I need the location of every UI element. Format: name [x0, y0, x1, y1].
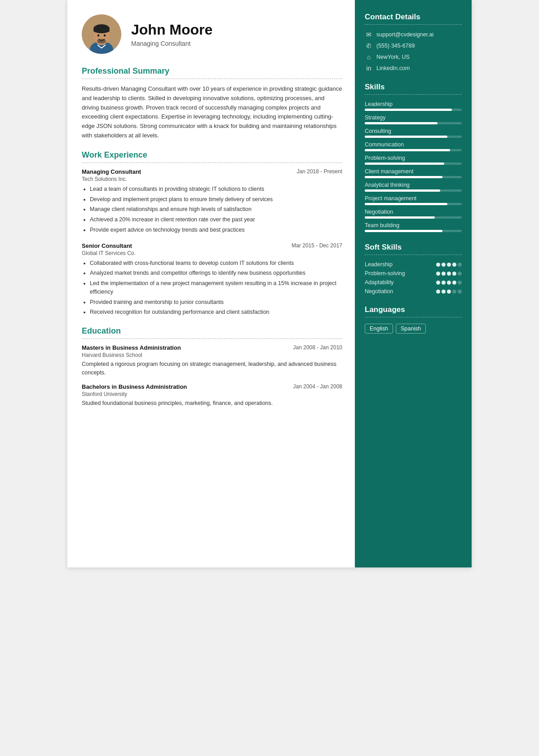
job-entry: Senior ConsultantMar 2015 - Dec 2017Glob…: [82, 242, 342, 317]
soft-skill-name: Leadership: [365, 261, 393, 268]
skill-row: Client management: [365, 168, 462, 178]
soft-skills-section: Soft Skills LeadershipProblem-solvingAda…: [365, 243, 462, 294]
job-bullets: Collaborated with cross-functional teams…: [82, 259, 342, 317]
skill-bar-bg: [365, 149, 462, 151]
skills-container: LeadershipStrategyConsultingCommunicatio…: [365, 101, 462, 232]
skill-bar-fill: [365, 149, 450, 151]
contact-item: inLinkedIn.com: [365, 65, 462, 72]
list-item: Analyzed market trends and competitor of…: [90, 269, 342, 277]
edu-entry: Masters in Business AdministrationJan 20…: [82, 344, 342, 377]
edu-container: Masters in Business AdministrationJan 20…: [82, 344, 342, 407]
skill-name: Project management: [365, 195, 462, 202]
skill-bar-fill: [365, 230, 442, 232]
dot-filled: [442, 281, 446, 285]
contact-value: support@cvdesigner.ai: [376, 31, 433, 38]
soft-skill-row: Adaptability: [365, 279, 462, 286]
summary-title: Professional Summary: [82, 66, 342, 76]
skill-name: Analytical thinking: [365, 182, 462, 188]
resume-container: John Moore Managing Consultant Professio…: [67, 0, 472, 567]
left-column: John Moore Managing Consultant Professio…: [67, 0, 355, 567]
skill-row: Team building: [365, 222, 462, 232]
dot-filled: [447, 272, 451, 276]
edu-date: Jan 2004 - Jan 2008: [293, 383, 342, 390]
svg-point-8: [104, 35, 106, 36]
dot-filled: [436, 263, 440, 267]
skill-name: Strategy: [365, 114, 462, 121]
jobs-container: Managing ConsultantJan 2018 - PresentTec…: [82, 168, 342, 316]
skill-dots: [436, 263, 462, 267]
dot-filled: [452, 263, 456, 267]
contact-icon: ✆: [365, 42, 373, 49]
dot-empty: [458, 281, 462, 285]
skill-bar-bg: [365, 136, 462, 138]
job-company: Global IT Services Co.: [82, 250, 342, 256]
skill-row: Analytical thinking: [365, 182, 462, 192]
contact-icon: ✉: [365, 31, 373, 38]
list-item: Achieved a 20% increase in client retent…: [90, 215, 342, 224]
skills-section: Skills LeadershipStrategyConsultingCommu…: [365, 83, 462, 232]
avatar: [82, 14, 121, 54]
education-title: Education: [82, 326, 342, 336]
skill-bar-bg: [365, 176, 462, 178]
work-divider: [82, 163, 342, 163]
soft-skill-row: Leadership: [365, 261, 462, 268]
list-item: Led the implementation of a new project …: [90, 279, 342, 296]
soft-skill-row: Negotiation: [365, 288, 462, 294]
edu-date: Jan 2008 - Jan 2010: [293, 344, 342, 351]
skill-bar-fill: [365, 176, 442, 178]
contact-value: (555) 345-6789: [376, 43, 415, 49]
right-column: Contact Details ✉support@cvdesigner.ai✆(…: [355, 0, 472, 567]
job-header: Senior ConsultantMar 2015 - Dec 2017: [82, 242, 342, 249]
summary-section: Professional Summary Results-driven Mana…: [82, 66, 342, 141]
job-date: Mar 2015 - Dec 2017: [292, 242, 342, 249]
skill-bar-bg: [365, 203, 462, 205]
dot-filled: [447, 263, 451, 267]
skill-bar-bg: [365, 230, 462, 232]
skill-dots: [436, 272, 462, 276]
summary-divider: [82, 79, 342, 79]
edu-degree: Bachelors in Business Administration: [82, 383, 187, 390]
dot-filled: [436, 281, 440, 285]
work-section: Work Experience Managing ConsultantJan 2…: [82, 150, 342, 316]
dot-filled: [442, 290, 446, 294]
skill-bar-bg: [365, 163, 462, 165]
contact-item: ✆(555) 345-6789: [365, 42, 462, 49]
soft-skills-container: LeadershipProblem-solvingAdaptabilityNeg…: [365, 261, 462, 294]
job-title: Senior Consultant: [82, 242, 132, 249]
dot-filled: [442, 272, 446, 276]
dot-empty: [458, 290, 462, 294]
languages-title: Languages: [365, 305, 462, 314]
edu-school: Harvard Business School: [82, 352, 342, 358]
skill-bar-fill: [365, 136, 447, 138]
job-entry: Managing ConsultantJan 2018 - PresentTec…: [82, 168, 342, 234]
job-title: Managing Consultant: [82, 168, 141, 175]
job-date: Jan 2018 - Present: [297, 168, 342, 175]
edu-degree: Masters in Business Administration: [82, 344, 181, 351]
skill-row: Communication: [365, 141, 462, 151]
soft-skill-name: Problem-solving: [365, 270, 405, 277]
language-tag: Spanish: [396, 324, 426, 334]
skill-name: Problem-solving: [365, 155, 462, 161]
skill-row: Negotiation: [365, 209, 462, 219]
job-company: Tech Solutions Inc.: [82, 176, 342, 182]
dot-filled: [436, 272, 440, 276]
skill-row: Problem-solving: [365, 155, 462, 165]
edu-header: Bachelors in Business AdministrationJan …: [82, 383, 342, 390]
list-item: Provide expert advice on technology tren…: [90, 226, 342, 234]
contact-divider: [365, 24, 462, 25]
languages-container: EnglishSpanish: [365, 324, 462, 336]
skill-row: Strategy: [365, 114, 462, 124]
dot-filled: [452, 272, 456, 276]
job-header: Managing ConsultantJan 2018 - Present: [82, 168, 342, 175]
resume-header: John Moore Managing Consultant: [82, 14, 342, 54]
job-bullets: Lead a team of consultants in providing …: [82, 185, 342, 234]
dot-filled: [447, 290, 451, 294]
list-item: Provided training and mentorship to juni…: [90, 298, 342, 307]
edu-entry: Bachelors in Business AdministrationJan …: [82, 383, 342, 408]
languages-divider: [365, 317, 462, 317]
edu-desc: Studied foundational business principles…: [82, 399, 342, 408]
dot-filled: [442, 263, 446, 267]
list-item: Collaborated with cross-functional teams…: [90, 259, 342, 268]
header-text: John Moore Managing Consultant: [131, 22, 212, 47]
dot-empty: [458, 263, 462, 267]
